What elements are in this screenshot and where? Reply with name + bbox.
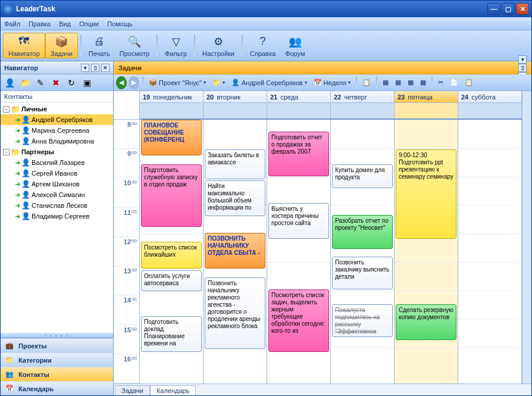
scrollbar[interactable] bbox=[522, 91, 531, 383]
collapse-icon[interactable]: − bbox=[3, 106, 10, 113]
day-header[interactable]: 21среда bbox=[267, 91, 331, 102]
day-column[interactable]: 9:00-12:30 Подготовить ppt презентацию к… bbox=[395, 120, 458, 383]
toolbar-help[interactable]: ?Справка bbox=[245, 33, 280, 58]
menu-Помощь[interactable]: Помощь bbox=[107, 20, 133, 27]
toolbar-settings[interactable]: ⚙Настройки bbox=[198, 33, 239, 58]
allday-cell[interactable] bbox=[331, 103, 395, 119]
close-button[interactable]: ✕ bbox=[516, 3, 529, 15]
calendar-event[interactable]: Оплатить услуги автосервиса bbox=[141, 270, 202, 291]
project-crumb[interactable]: 📦 Проект "Янус" ▾ bbox=[146, 76, 208, 89]
list-button[interactable]: 📋 bbox=[360, 76, 373, 89]
day-header[interactable]: 23пятница bbox=[395, 91, 458, 102]
calendar-event[interactable]: 9:00-12:30 Подготовить ppt презентацию к… bbox=[396, 149, 456, 239]
panel-dropdown-icon[interactable]: ▾ bbox=[81, 64, 89, 72]
calendar-event[interactable]: ПЛАНОВОЕ СОВЕЩАНИЕ (КОНФЕРЕНЦ bbox=[141, 120, 202, 155]
tb-icon[interactable]: ▦ bbox=[380, 76, 391, 89]
contact-item[interactable]: ➜👤Владимир Сергеев bbox=[1, 211, 113, 222]
calendar-event[interactable]: Выяснить у хостера причины простоя сайта bbox=[268, 203, 329, 239]
day-column[interactable] bbox=[458, 120, 522, 383]
contacts-tree[interactable]: −📁Личные➜👤Андрей Серебряков➜👤Марина Серг… bbox=[1, 102, 113, 333]
calendar-event[interactable]: Посмотреть список ближайших bbox=[141, 242, 202, 269]
calendar-event[interactable]: Пожалуста подпишитесь на рассылку "Эффек… bbox=[332, 304, 393, 337]
menu-Вид[interactable]: Вид bbox=[59, 20, 71, 27]
nav-Календарь[interactable]: 📅Календарь bbox=[1, 381, 113, 395]
folder-crumb[interactable]: 📁 ▾ bbox=[210, 76, 227, 89]
nav-Категории[interactable]: 📁Категории bbox=[1, 353, 113, 367]
contact-item[interactable]: ➜👤Василий Лазарев bbox=[1, 157, 113, 168]
calendar-event[interactable]: Купить домен для продукта bbox=[332, 164, 393, 188]
tree-group[interactable]: −📁Личные bbox=[1, 104, 113, 114]
tab-Календарь[interactable]: Календарь bbox=[150, 385, 196, 395]
allday-cell[interactable] bbox=[140, 103, 204, 119]
paste-button[interactable]: 📋 bbox=[462, 76, 475, 89]
panel-pin-icon[interactable]: ▯ bbox=[518, 64, 527, 72]
contact-item[interactable]: ➜👤Сергей Иванов bbox=[1, 168, 113, 179]
nav-back-button[interactable]: ◀ bbox=[116, 76, 127, 89]
calendar-event[interactable]: Найти максимально большой объем информац… bbox=[205, 180, 265, 216]
calendar-event[interactable]: Позвонить начальнику рекламного агенства… bbox=[205, 277, 265, 349]
panel-pin-icon[interactable]: ▯ bbox=[91, 64, 99, 72]
contact-item[interactable]: ➜👤Марина Сергеевна bbox=[1, 125, 113, 136]
delete-button[interactable]: ✖ bbox=[49, 76, 62, 89]
day-header[interactable]: 19понедельник bbox=[140, 91, 204, 102]
tb-icon[interactable]: ▦ bbox=[405, 76, 416, 89]
nav-Проекты[interactable]: 💼Проекты bbox=[1, 338, 113, 353]
calendar-event[interactable]: Заказать билеты в авиакассе bbox=[205, 149, 265, 179]
cut-button[interactable]: ✂ bbox=[436, 76, 446, 89]
toolbar-forum[interactable]: 👥Форум bbox=[280, 33, 309, 58]
menu-Опции[interactable]: Опции bbox=[79, 20, 99, 27]
new-contact-button[interactable]: 👤 bbox=[3, 76, 16, 89]
collapse-button[interactable]: ▣ bbox=[80, 76, 93, 89]
contact-item[interactable]: ➜👤Артем Шиханов bbox=[1, 179, 113, 189]
person-crumb[interactable]: 👤 Андрей Серебряков ▾ bbox=[229, 76, 309, 89]
maximize-button[interactable]: ▢ bbox=[502, 3, 515, 15]
day-header[interactable]: 22четверг bbox=[331, 91, 395, 102]
tb-icon[interactable]: ▦ bbox=[393, 76, 403, 89]
time-slots[interactable]: ПЛАНОВОЕ СОВЕЩАНИЕ (КОНФЕРЕНЦПодготовить… bbox=[140, 120, 522, 383]
copy-button[interactable]: 📄 bbox=[447, 76, 461, 89]
edit-button[interactable]: ✎ bbox=[34, 76, 47, 89]
toolbar-preview[interactable]: 🔍Просмотр bbox=[115, 33, 154, 58]
collapse-icon[interactable]: − bbox=[3, 149, 10, 155]
new-folder-button[interactable]: 📁 bbox=[18, 76, 32, 89]
contact-item[interactable]: ➜👤Андрей Серебряков bbox=[1, 114, 113, 125]
range-crumb[interactable]: 📅 Неделя ▾ bbox=[311, 76, 353, 89]
toolbar-tasks[interactable]: 📦Задачи bbox=[45, 33, 78, 58]
allday-cell[interactable] bbox=[204, 103, 267, 119]
calendar-event[interactable]: Сделать резервную копию документов bbox=[396, 304, 456, 340]
menu-Правка[interactable]: Правка bbox=[29, 20, 51, 27]
day-column[interactable]: Подготовить отчет о продажах за февраль … bbox=[267, 120, 331, 383]
allday-cell[interactable] bbox=[267, 103, 331, 119]
toolbar-print[interactable]: 🖨Печать bbox=[84, 33, 115, 58]
menu-Файл[interactable]: Файл bbox=[4, 20, 20, 27]
day-header[interactable]: 24суббота bbox=[458, 91, 522, 102]
tree-group[interactable]: −📁Партнеры bbox=[1, 146, 113, 157]
nav-Контакты[interactable]: 👥Контакты bbox=[1, 367, 113, 381]
day-header[interactable]: 20вторник bbox=[204, 91, 267, 102]
refresh-button[interactable]: ↻ bbox=[65, 76, 78, 89]
tb-icon[interactable]: ▦ bbox=[418, 76, 428, 89]
calendar-event[interactable]: Подготовить доклад Планирование времени … bbox=[141, 316, 202, 352]
day-column[interactable]: Заказать билеты в авиакассеНайти максима… bbox=[204, 120, 267, 383]
contact-item[interactable]: ➜👤Алексей Симагин bbox=[1, 189, 113, 200]
splitter[interactable] bbox=[1, 333, 113, 338]
allday-cell[interactable] bbox=[458, 103, 522, 119]
allday-cell[interactable] bbox=[395, 103, 458, 119]
panel-close-icon[interactable]: ✕ bbox=[101, 64, 109, 72]
day-column[interactable]: ПЛАНОВОЕ СОВЕЩАНИЕ (КОНФЕРЕНЦПодготовить… bbox=[140, 120, 204, 383]
minimize-button[interactable]: — bbox=[487, 3, 500, 15]
nav-fwd-button[interactable]: ▶ bbox=[129, 76, 139, 89]
day-column[interactable]: Купить домен для продуктаРазобрать отчет… bbox=[331, 120, 395, 383]
calendar-event[interactable]: ПОЗВОНИТЬ НАЧАЛЬНИКУ ОТДЕЛА СБЫТА - bbox=[205, 233, 265, 269]
toolbar-nav[interactable]: 🗺Навигатор bbox=[3, 33, 45, 58]
panel-dropdown-icon[interactable]: ▾ bbox=[518, 55, 527, 64]
calendar-event[interactable]: Подготовить отчет о продажах за февраль … bbox=[268, 132, 329, 176]
contact-item[interactable]: ➜👤Анна Владимировна bbox=[1, 136, 113, 146]
calendar-event[interactable]: Разобрать отчет по проекту "Неосвет" bbox=[332, 215, 393, 249]
calendar-event[interactable]: Посмотреть список задач, выделить жирным… bbox=[268, 289, 329, 352]
contact-item[interactable]: ➜👤Станислав Лесков bbox=[1, 200, 113, 211]
calendar-event[interactable]: Подготовить служебную записку в отдел пр… bbox=[141, 164, 202, 227]
toolbar-filter[interactable]: ▽Фильтр bbox=[160, 33, 192, 58]
tab-Задачи[interactable]: Задачи bbox=[115, 385, 150, 395]
calendar-event[interactable]: Позвонить заказчику выяснить детали bbox=[332, 257, 393, 289]
